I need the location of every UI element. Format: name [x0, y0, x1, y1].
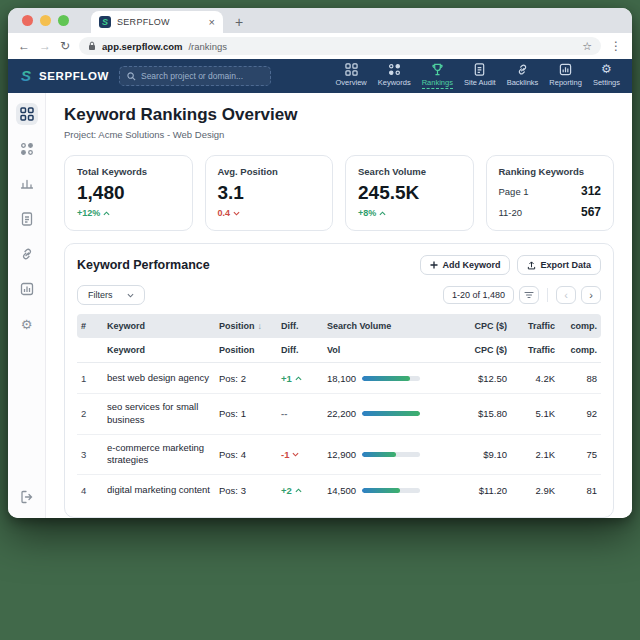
bookmark-star-icon[interactable]: ☆ [582, 41, 592, 52]
table-header-row: # Keyword Position↓ Diff. Search Volume … [77, 314, 601, 338]
table-row[interactable]: 4 digital marketing content Pos: 3 +2 14… [77, 475, 601, 506]
chart-box-icon [20, 282, 34, 296]
nav-site-audit[interactable]: Site Audit [464, 63, 496, 89]
nav-overview[interactable]: Overview [335, 63, 366, 89]
stat-card-ranking-keywords: Ranking Keywords Page 1 312 11-20 567 [486, 155, 615, 231]
sidebar-item-site-audit[interactable] [16, 208, 38, 230]
lock-icon [88, 41, 96, 51]
volume-bar [362, 411, 420, 416]
browser-tab-strip: S SERPFLOW × + [8, 8, 632, 33]
link-icon [20, 247, 34, 261]
page-title: Keyword Rankings Overview [64, 105, 614, 125]
trophy-icon [431, 63, 444, 76]
nav-rankings[interactable]: Rankings [422, 63, 453, 89]
chart-box-icon [559, 63, 572, 76]
search-placeholder: Search project or domain... [141, 71, 243, 81]
minimize-window-button[interactable] [40, 15, 51, 26]
prev-page-button[interactable]: ‹ [556, 286, 576, 304]
brand: S SERPFLOW [18, 68, 109, 84]
keyword-performance-panel: Keyword Performance Add Keyword Export D… [64, 243, 614, 518]
url-host: app.serpflow.com [102, 41, 182, 52]
trend-up-icon [379, 211, 386, 216]
sidebar-item-reporting[interactable] [16, 278, 38, 300]
stat-card-search-volume: Search Volume 245.5K +8% [345, 155, 474, 231]
nav-keywords[interactable]: Keywords [378, 63, 411, 89]
logout-icon [20, 490, 34, 504]
new-tab-button[interactable]: + [235, 14, 243, 33]
global-search-input[interactable]: Search project or domain... [119, 66, 271, 86]
grid-icon [20, 107, 34, 121]
forward-icon[interactable]: → [39, 40, 51, 52]
keyword-table: # Keyword Position↓ Diff. Search Volume … [77, 314, 601, 506]
search-icon [127, 72, 136, 81]
stat-delta: +12% [77, 208, 180, 218]
volume-bar [362, 376, 420, 381]
nav-settings[interactable]: ⚙ Settings [593, 63, 620, 89]
sidebar-item-backlinks[interactable] [16, 243, 38, 265]
pagination-range: 1-20 of 1,480 [443, 286, 514, 304]
document-icon [473, 63, 486, 76]
dots-cluster-icon [20, 142, 34, 156]
tab-title: SERPFLOW [117, 17, 203, 27]
ranking-row: Page 1 312 [499, 184, 602, 198]
browser-url-bar: ← → ↻ app.serpflow.com/rankings ☆ ⋮ [8, 33, 632, 59]
export-data-button[interactable]: Export Data [517, 255, 601, 275]
filter-lines-icon [524, 291, 534, 299]
divider [547, 288, 548, 302]
nav-backlinks[interactable]: Backlinks [507, 63, 539, 89]
table-row[interactable]: 3 e-commerce marketing strategies Pos: 4… [77, 435, 601, 476]
back-icon[interactable]: ← [18, 40, 30, 52]
stat-delta: +8% [358, 208, 461, 218]
trend-up-icon [103, 211, 110, 216]
browser-menu-icon[interactable]: ⋮ [610, 40, 622, 52]
stat-card-total-keywords: Total Keywords 1,480 +12% [64, 155, 193, 231]
main-content: Keyword Rankings Overview Project: Acme … [46, 93, 632, 518]
grid-icon [345, 63, 358, 76]
link-icon [516, 63, 529, 76]
stats-grid: Total Keywords 1,480 +12% Avg. Position … [64, 155, 614, 231]
trend-up-icon [295, 376, 302, 381]
sidebar-item-overview[interactable] [16, 103, 38, 125]
left-sidebar: ⚙ [8, 93, 46, 518]
stat-card-avg-position: Avg. Position 3.1 0.4 [205, 155, 334, 231]
bar-chart-icon [20, 177, 34, 191]
gear-icon: ⚙ [600, 63, 613, 76]
close-window-button[interactable] [22, 15, 33, 26]
address-bar[interactable]: app.serpflow.com/rankings ☆ [79, 37, 601, 55]
gear-icon: ⚙ [21, 318, 33, 331]
window-controls [8, 8, 81, 33]
panel-title: Keyword Performance [77, 258, 210, 272]
svg-text:S: S [21, 68, 31, 84]
browser-tab[interactable]: S SERPFLOW × [91, 11, 223, 33]
sort-position-header[interactable]: Position↓ [215, 314, 277, 338]
table-row[interactable]: 1 best web design agency Pos: 2 +1 18,10… [77, 363, 601, 394]
sidebar-item-keywords[interactable] [16, 138, 38, 160]
dots-cluster-icon [388, 63, 401, 76]
export-icon [527, 261, 536, 270]
serpflow-logo-icon: S [18, 68, 34, 84]
browser-window: S SERPFLOW × + ← → ↻ app.serpflow.com/ra… [8, 8, 632, 518]
sidebar-item-rankings[interactable] [16, 173, 38, 195]
reload-icon[interactable]: ↻ [60, 40, 70, 52]
trend-down-icon [292, 452, 299, 457]
app-header: S SERPFLOW Search project or domain... O… [8, 59, 632, 93]
top-navigation: Overview Keywords Rankings Site Audit Ba… [335, 63, 620, 89]
stat-delta: 0.4 [218, 208, 321, 218]
close-tab-icon[interactable]: × [209, 17, 215, 28]
volume-bar [362, 452, 420, 457]
trend-up-icon [295, 488, 302, 493]
document-icon [20, 212, 34, 226]
logout-button[interactable] [16, 486, 38, 508]
filters-dropdown[interactable]: Filters [77, 285, 145, 305]
zoom-window-button[interactable] [58, 15, 69, 26]
serpflow-favicon: S [99, 16, 111, 28]
url-path: /rankings [188, 41, 227, 52]
next-page-button[interactable]: › [581, 286, 601, 304]
table-filter-button[interactable] [519, 286, 539, 304]
nav-reporting[interactable]: Reporting [549, 63, 582, 89]
ranking-row: 11-20 567 [499, 205, 602, 219]
sidebar-item-settings[interactable]: ⚙ [16, 313, 38, 335]
add-keyword-button[interactable]: Add Keyword [420, 255, 510, 275]
table-row[interactable]: 2 seo services for small business Pos: 1… [77, 394, 601, 435]
volume-bar [362, 488, 420, 493]
